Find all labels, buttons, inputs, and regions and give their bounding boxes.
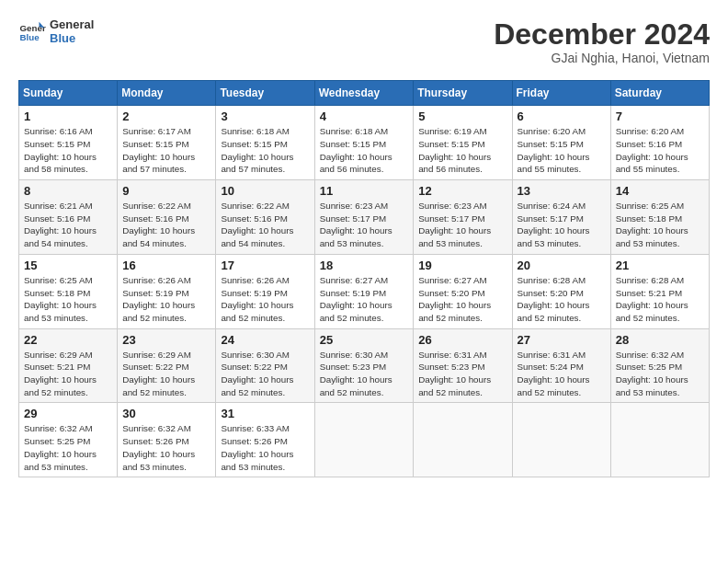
day-number: 15 (24, 259, 112, 272)
calendar-cell: 11Sunrise: 6:23 AMSunset: 5:17 PMDayligh… (314, 180, 414, 255)
day-number: 1 (24, 109, 112, 123)
day-info: Sunrise: 6:31 AMSunset: 5:23 PMDaylight:… (418, 349, 506, 399)
day-info: Sunrise: 6:31 AMSunset: 5:24 PMDaylight:… (518, 349, 606, 399)
calendar-cell: 14Sunrise: 6:25 AMSunset: 5:18 PMDayligh… (610, 180, 709, 255)
day-info: Sunrise: 6:29 AMSunset: 5:21 PMDaylight:… (24, 349, 112, 399)
calendar-cell (414, 403, 512, 477)
calendar-cell: 7Sunrise: 6:20 AMSunset: 5:16 PMDaylight… (610, 106, 709, 180)
day-info: Sunrise: 6:16 AMSunset: 5:15 PMDaylight:… (24, 125, 112, 176)
logo-text-blue: Blue (50, 32, 94, 46)
title-block: December 2024 GJai Nghia, Hanoi, Vietnam (494, 18, 710, 65)
day-info: Sunrise: 6:23 AMSunset: 5:17 PMDaylight:… (320, 200, 409, 250)
day-number: 3 (221, 109, 309, 123)
day-number: 22 (24, 333, 112, 347)
weekday-monday: Monday (118, 81, 216, 106)
day-number: 14 (616, 184, 704, 198)
day-info: Sunrise: 6:32 AMSunset: 5:25 PMDaylight:… (24, 422, 112, 473)
day-info: Sunrise: 6:26 AMSunset: 5:19 PMDaylight:… (122, 274, 210, 325)
day-number: 6 (518, 109, 606, 123)
calendar-cell: 2Sunrise: 6:17 AMSunset: 5:15 PMDaylight… (118, 106, 216, 180)
day-info: Sunrise: 6:20 AMSunset: 5:16 PMDaylight:… (616, 125, 704, 176)
day-info: Sunrise: 6:32 AMSunset: 5:26 PMDaylight:… (122, 422, 210, 473)
calendar-cell: 26Sunrise: 6:31 AMSunset: 5:23 PMDayligh… (414, 328, 512, 403)
day-info: Sunrise: 6:18 AMSunset: 5:15 PMDaylight:… (320, 125, 409, 176)
day-number: 7 (616, 109, 704, 123)
day-info: Sunrise: 6:33 AMSunset: 5:26 PMDaylight:… (221, 422, 309, 473)
day-number: 23 (122, 333, 210, 347)
weekday-wednesday: Wednesday (314, 81, 414, 106)
day-info: Sunrise: 6:28 AMSunset: 5:20 PMDaylight:… (518, 274, 606, 325)
calendar-cell: 18Sunrise: 6:27 AMSunset: 5:19 PMDayligh… (314, 254, 414, 328)
day-number: 5 (418, 109, 506, 123)
calendar-cell (610, 403, 709, 477)
calendar-cell: 12Sunrise: 6:23 AMSunset: 5:17 PMDayligh… (414, 180, 512, 255)
weekday-friday: Friday (512, 81, 610, 106)
day-info: Sunrise: 6:21 AMSunset: 5:16 PMDaylight:… (24, 200, 112, 250)
day-info: Sunrise: 6:23 AMSunset: 5:17 PMDaylight:… (418, 200, 506, 250)
calendar-cell: 23Sunrise: 6:29 AMSunset: 5:22 PMDayligh… (118, 328, 216, 403)
day-info: Sunrise: 6:27 AMSunset: 5:20 PMDaylight:… (418, 274, 506, 325)
calendar-week-5: 29Sunrise: 6:32 AMSunset: 5:25 PMDayligh… (19, 403, 710, 477)
day-number: 4 (320, 109, 409, 123)
calendar-cell: 24Sunrise: 6:30 AMSunset: 5:22 PMDayligh… (216, 328, 314, 403)
day-number: 16 (122, 259, 210, 272)
day-number: 10 (221, 184, 309, 198)
day-number: 8 (24, 184, 112, 198)
day-info: Sunrise: 6:19 AMSunset: 5:15 PMDaylight:… (418, 125, 506, 176)
calendar-cell: 30Sunrise: 6:32 AMSunset: 5:26 PMDayligh… (118, 403, 216, 477)
day-number: 30 (122, 407, 210, 420)
weekday-thursday: Thursday (414, 81, 512, 106)
calendar-week-3: 15Sunrise: 6:25 AMSunset: 5:18 PMDayligh… (19, 254, 710, 328)
day-info: Sunrise: 6:32 AMSunset: 5:25 PMDaylight:… (616, 349, 704, 399)
weekday-saturday: Saturday (610, 81, 709, 106)
day-number: 27 (518, 333, 606, 347)
calendar-cell (314, 403, 414, 477)
svg-text:General: General (20, 23, 47, 33)
day-number: 2 (122, 109, 210, 123)
calendar-cell: 21Sunrise: 6:28 AMSunset: 5:21 PMDayligh… (610, 254, 709, 328)
day-number: 17 (221, 259, 309, 272)
calendar-cell: 8Sunrise: 6:21 AMSunset: 5:16 PMDaylight… (19, 180, 118, 255)
calendar-week-4: 22Sunrise: 6:29 AMSunset: 5:21 PMDayligh… (19, 328, 710, 403)
day-number: 9 (122, 184, 210, 198)
day-info: Sunrise: 6:22 AMSunset: 5:16 PMDaylight:… (221, 200, 309, 250)
calendar-cell: 3Sunrise: 6:18 AMSunset: 5:15 PMDaylight… (216, 106, 314, 180)
day-info: Sunrise: 6:27 AMSunset: 5:19 PMDaylight:… (320, 274, 409, 325)
day-info: Sunrise: 6:28 AMSunset: 5:21 PMDaylight:… (616, 274, 704, 325)
day-info: Sunrise: 6:22 AMSunset: 5:16 PMDaylight:… (122, 200, 210, 250)
day-number: 31 (221, 407, 309, 420)
calendar-cell: 22Sunrise: 6:29 AMSunset: 5:21 PMDayligh… (19, 328, 118, 403)
day-info: Sunrise: 6:24 AMSunset: 5:17 PMDaylight:… (518, 200, 606, 250)
calendar-week-2: 8Sunrise: 6:21 AMSunset: 5:16 PMDaylight… (19, 180, 710, 255)
day-number: 13 (518, 184, 606, 198)
day-number: 11 (320, 184, 409, 198)
calendar-cell: 15Sunrise: 6:25 AMSunset: 5:18 PMDayligh… (19, 254, 118, 328)
day-number: 28 (616, 333, 704, 347)
calendar-cell: 5Sunrise: 6:19 AMSunset: 5:15 PMDaylight… (414, 106, 512, 180)
calendar-cell: 25Sunrise: 6:30 AMSunset: 5:23 PMDayligh… (314, 328, 414, 403)
calendar-cell: 10Sunrise: 6:22 AMSunset: 5:16 PMDayligh… (216, 180, 314, 255)
day-info: Sunrise: 6:25 AMSunset: 5:18 PMDaylight:… (616, 200, 704, 250)
calendar-cell: 13Sunrise: 6:24 AMSunset: 5:17 PMDayligh… (512, 180, 610, 255)
calendar-cell: 20Sunrise: 6:28 AMSunset: 5:20 PMDayligh… (512, 254, 610, 328)
logo-text-general: General (50, 18, 94, 32)
calendar-cell: 29Sunrise: 6:32 AMSunset: 5:25 PMDayligh… (19, 403, 118, 477)
calendar-cell: 31Sunrise: 6:33 AMSunset: 5:26 PMDayligh… (216, 403, 314, 477)
day-number: 29 (24, 407, 112, 420)
day-number: 25 (320, 333, 409, 347)
day-number: 12 (418, 184, 506, 198)
day-number: 26 (418, 333, 506, 347)
month-title: December 2024 (494, 18, 710, 51)
calendar-cell: 1Sunrise: 6:16 AMSunset: 5:15 PMDaylight… (19, 106, 118, 180)
calendar-cell: 28Sunrise: 6:32 AMSunset: 5:25 PMDayligh… (610, 328, 709, 403)
calendar-cell: 17Sunrise: 6:26 AMSunset: 5:19 PMDayligh… (216, 254, 314, 328)
page-header: General Blue General Blue December 2024 … (18, 18, 710, 65)
day-number: 21 (616, 259, 704, 272)
calendar-body: 1Sunrise: 6:16 AMSunset: 5:15 PMDaylight… (19, 106, 710, 477)
day-number: 19 (418, 259, 506, 272)
day-info: Sunrise: 6:17 AMSunset: 5:15 PMDaylight:… (122, 125, 210, 176)
calendar-cell: 19Sunrise: 6:27 AMSunset: 5:20 PMDayligh… (414, 254, 512, 328)
calendar-cell (512, 403, 610, 477)
day-info: Sunrise: 6:18 AMSunset: 5:15 PMDaylight:… (221, 125, 309, 176)
day-info: Sunrise: 6:26 AMSunset: 5:19 PMDaylight:… (221, 274, 309, 325)
